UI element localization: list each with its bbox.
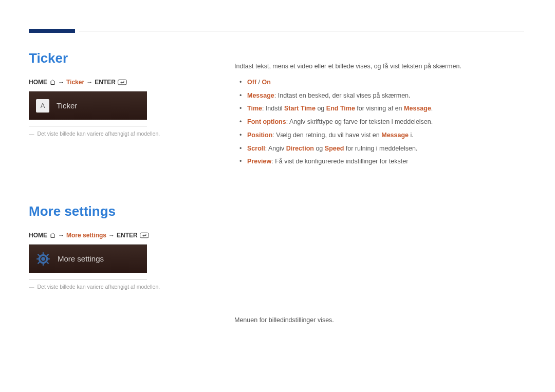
- arrow-icon: →: [58, 232, 64, 239]
- option-font-options: Font options: Angiv skrifttype og farve …: [239, 117, 524, 127]
- option-on: On: [262, 79, 270, 86]
- t: i.: [409, 132, 414, 139]
- t: : Vælg den retning, du vil have vist en: [272, 132, 381, 139]
- breadcrumb-mid: More settings: [66, 232, 106, 239]
- more-settings-tile: More settings: [29, 245, 147, 273]
- option-preview: Preview: Få vist de konfigurerede indsti…: [239, 157, 524, 166]
- note-text: Det viste billede kan variere afhængigt …: [38, 284, 160, 290]
- home-icon: [49, 79, 56, 85]
- t: og: [314, 145, 325, 152]
- dot: .: [431, 105, 433, 112]
- option-key: Time: [247, 105, 262, 112]
- option-off-on: Off / On: [239, 78, 524, 87]
- speed: Speed: [325, 145, 344, 152]
- end-time: End Time: [326, 105, 355, 112]
- message-ref: Message: [404, 105, 431, 112]
- arrow-icon: →: [58, 79, 64, 86]
- divider: [29, 126, 147, 126]
- more-settings-tile-label: More settings: [58, 254, 104, 263]
- section-heading-ticker: Ticker: [29, 50, 214, 66]
- ticker-options-list: Off / On Message: Indtast en besked, der…: [234, 78, 524, 166]
- arrow-icon: →: [108, 232, 115, 239]
- t: : Angiv: [265, 145, 286, 152]
- breadcrumb-home: HOME: [29, 79, 47, 86]
- ticker-tile-icon: A: [36, 99, 49, 113]
- more-settings-intro: Menuen for billedindstillinger vises.: [234, 315, 524, 325]
- t: : Indstil: [262, 105, 284, 112]
- left-column: Ticker HOME → Ticker → ENTER A Ticke: [29, 43, 214, 331]
- ticker-tile: A Ticker: [29, 91, 147, 120]
- option-off: Off: [247, 79, 256, 86]
- option-time: Time: Indstil Start Time og End Time for…: [239, 104, 524, 114]
- enter-icon: [140, 232, 149, 238]
- option-position: Position: Vælg den retning, du vil have …: [239, 130, 524, 140]
- option-text: : Få vist de konfigurerede indstillinger…: [271, 158, 408, 165]
- option-message: Message: Indtast en besked, der skal vis…: [239, 91, 524, 101]
- home-icon: [49, 232, 56, 238]
- breadcrumb-enter: ENTER: [95, 79, 116, 86]
- option-key: Message: [247, 92, 274, 99]
- direction: Direction: [286, 145, 314, 152]
- svg-point-2: [41, 257, 45, 260]
- image-vary-note: Det viste billede kan variere afhængigt …: [29, 284, 214, 290]
- option-scroll: Scroll: Angiv Direction og Speed for rul…: [239, 144, 524, 154]
- t: for visning af en: [355, 105, 404, 112]
- svg-rect-1: [140, 233, 149, 238]
- enter-icon: [118, 79, 127, 85]
- gear-icon: [36, 252, 50, 266]
- columns: Ticker HOME → Ticker → ENTER A Ticke: [29, 43, 524, 331]
- section-heading-more-settings: More settings: [29, 203, 214, 219]
- breadcrumb-enter: ENTER: [117, 232, 138, 239]
- ticker-tile-label: Ticker: [57, 101, 77, 110]
- arrow-icon: →: [86, 79, 92, 86]
- option-key: Preview: [247, 158, 271, 165]
- t: og: [316, 105, 326, 112]
- divider: [29, 279, 147, 279]
- option-key: Scroll: [247, 145, 265, 152]
- breadcrumb-mid: Ticker: [66, 79, 84, 86]
- image-vary-note: Det viste billede kan variere afhængigt …: [29, 130, 214, 137]
- message-ref: Message: [381, 132, 409, 139]
- t: for rulning i meddelelsen.: [344, 145, 417, 152]
- breadcrumb-ticker: HOME → Ticker → ENTER: [29, 79, 214, 86]
- option-key: Position: [247, 132, 272, 139]
- top-rule: [29, 29, 524, 36]
- ticker-intro: Indtast tekst, mens et video eller et bi…: [234, 62, 524, 71]
- option-text: : Angiv skrifttype og farve for teksten …: [286, 118, 433, 125]
- start-time: Start Time: [284, 105, 316, 112]
- ticker-tile-icon-letter: A: [41, 102, 45, 109]
- option-key: Font options: [247, 118, 286, 125]
- svg-rect-0: [118, 80, 126, 85]
- option-text: : Indtast en besked, der skal vises på s…: [274, 92, 411, 99]
- section-more-settings: More settings HOME → More settings → ENT…: [29, 203, 214, 290]
- note-text: Det viste billede kan variere afhængigt …: [38, 130, 160, 137]
- sep: /: [256, 79, 262, 86]
- breadcrumb-more-settings: HOME → More settings → ENTER: [29, 232, 214, 239]
- page: Ticker HOME → Ticker → ENTER A Ticke: [0, 0, 555, 331]
- right-column: Indtast tekst, mens et video eller et bi…: [234, 43, 524, 331]
- breadcrumb-home: HOME: [29, 232, 47, 239]
